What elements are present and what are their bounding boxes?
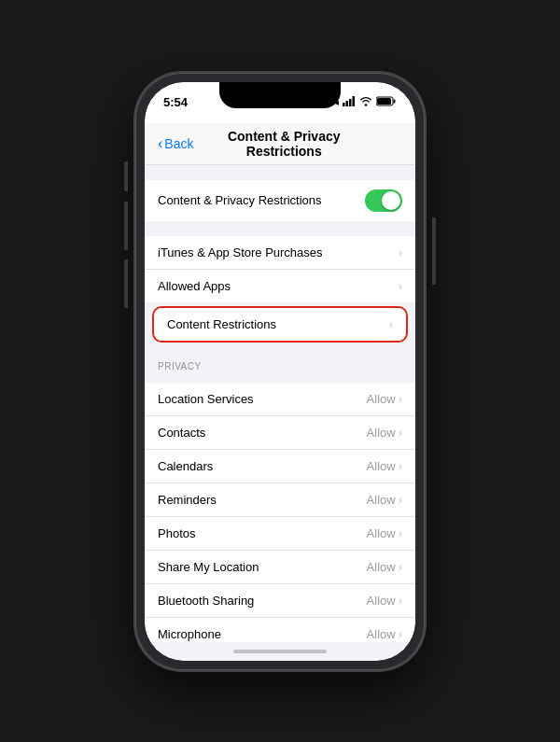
allow-label: Allow bbox=[367, 560, 396, 574]
calendars-label: Calendars bbox=[158, 459, 213, 473]
page-title: Content & Privacy Restrictions bbox=[193, 129, 374, 159]
bluetooth-label: Bluetooth Sharing bbox=[158, 594, 254, 608]
location-icon: ◂ bbox=[334, 97, 339, 107]
svg-rect-6 bbox=[394, 100, 396, 104]
toggle-knob bbox=[382, 191, 400, 210]
allow-label: Allow bbox=[367, 526, 396, 540]
content-privacy-toggle-row[interactable]: Content & Privacy Restrictions bbox=[145, 180, 415, 221]
toggle-section: Content & Privacy Restrictions bbox=[145, 180, 415, 221]
navigation-bar: ‹ Back Content & Privacy Restrictions bbox=[145, 123, 415, 165]
back-button[interactable]: ‹ Back bbox=[158, 135, 193, 152]
svg-rect-5 bbox=[377, 98, 391, 105]
chevron-icon: › bbox=[389, 317, 393, 331]
allowed-apps-label: Allowed Apps bbox=[158, 279, 231, 293]
list-item[interactable]: Allowed Apps › bbox=[145, 270, 415, 302]
status-time: 5:54 bbox=[163, 95, 188, 109]
itunes-right: › bbox=[399, 245, 402, 259]
chevron-icon: › bbox=[399, 526, 402, 540]
photos-right: Allow › bbox=[367, 526, 402, 540]
content-restrictions-label: Content Restrictions bbox=[167, 317, 276, 331]
gap-1 bbox=[145, 165, 415, 173]
menu-section: iTunes & App Store Purchases › Allowed A… bbox=[145, 236, 415, 302]
svg-rect-2 bbox=[349, 99, 352, 106]
home-indicator[interactable] bbox=[145, 642, 415, 661]
screen-content: 5:54 ◂ bbox=[145, 82, 415, 661]
chevron-icon: › bbox=[399, 560, 402, 574]
phone-screen: 5:54 ◂ bbox=[145, 82, 415, 661]
list-item[interactable]: Reminders Allow › bbox=[145, 483, 415, 517]
back-label[interactable]: Back bbox=[164, 136, 193, 151]
calendars-right: Allow › bbox=[367, 459, 402, 473]
list-item[interactable]: Location Services Allow › bbox=[145, 383, 415, 416]
toggle-label: Content & Privacy Restrictions bbox=[158, 193, 322, 207]
gap-3 bbox=[145, 346, 415, 354]
notch bbox=[219, 82, 341, 108]
chevron-icon: › bbox=[399, 426, 402, 440]
content-restrictions-right: › bbox=[389, 317, 393, 331]
chevron-icon: › bbox=[399, 245, 402, 259]
reminders-right: Allow › bbox=[367, 493, 402, 507]
main-content: Content & Privacy Restrictions iTunes & … bbox=[145, 165, 415, 642]
reminders-label: Reminders bbox=[158, 493, 217, 507]
list-item[interactable]: Calendars Allow › bbox=[145, 450, 415, 483]
chevron-icon: › bbox=[399, 459, 402, 473]
microphone-label: Microphone bbox=[158, 627, 221, 641]
allow-label: Allow bbox=[367, 493, 396, 507]
list-item[interactable]: Share My Location Allow › bbox=[145, 551, 415, 584]
privacy-section: Location Services Allow › Contacts Allow… bbox=[145, 383, 415, 642]
location-services-right: Allow › bbox=[367, 392, 402, 406]
power-button bbox=[432, 217, 436, 285]
list-item[interactable]: Microphone Allow › bbox=[145, 618, 415, 642]
privacy-toggle[interactable] bbox=[365, 189, 402, 212]
list-item[interactable]: Bluetooth Sharing Allow › bbox=[145, 584, 415, 618]
allow-label: Allow bbox=[367, 426, 396, 440]
chevron-icon: › bbox=[399, 594, 402, 608]
chevron-icon: › bbox=[399, 392, 402, 406]
bluetooth-right: Allow › bbox=[367, 594, 402, 608]
microphone-right: Allow › bbox=[367, 627, 402, 641]
chevron-icon: › bbox=[399, 493, 402, 507]
battery-icon bbox=[376, 96, 397, 108]
status-icons: ◂ bbox=[334, 96, 397, 108]
allowed-apps-right: › bbox=[399, 279, 402, 293]
mute-button bbox=[124, 161, 128, 191]
list-item[interactable]: Contacts Allow › bbox=[145, 416, 415, 450]
volume-up-button bbox=[124, 202, 128, 250]
signal-icon bbox=[343, 96, 356, 108]
itunes-label: iTunes & App Store Purchases bbox=[158, 245, 323, 259]
volume-down-button bbox=[124, 259, 128, 308]
share-location-right: Allow › bbox=[367, 560, 402, 574]
contacts-label: Contacts bbox=[158, 426, 205, 440]
gap-2 bbox=[145, 221, 415, 229]
chevron-icon: › bbox=[399, 627, 402, 641]
allow-label: Allow bbox=[367, 392, 396, 406]
chevron-icon: › bbox=[399, 279, 402, 293]
svg-rect-0 bbox=[343, 103, 345, 106]
privacy-section-label: PRIVACY bbox=[145, 354, 415, 375]
back-chevron-icon: ‹ bbox=[158, 135, 162, 152]
wifi-icon bbox=[359, 96, 372, 108]
status-bar: 5:54 ◂ bbox=[145, 82, 415, 123]
allow-label: Allow bbox=[367, 594, 396, 608]
location-services-label: Location Services bbox=[158, 392, 254, 406]
svg-rect-3 bbox=[353, 96, 356, 106]
share-location-label: Share My Location bbox=[158, 560, 259, 574]
svg-rect-1 bbox=[346, 101, 349, 106]
allow-label: Allow bbox=[367, 627, 396, 641]
list-item[interactable]: iTunes & App Store Purchases › bbox=[145, 236, 415, 270]
home-bar bbox=[233, 650, 327, 653]
photos-label: Photos bbox=[158, 526, 195, 540]
contacts-right: Allow › bbox=[367, 426, 402, 440]
allow-label: Allow bbox=[367, 459, 396, 473]
content-restrictions-highlighted: Content Restrictions › bbox=[152, 306, 408, 343]
content-restrictions-row[interactable]: Content Restrictions › bbox=[154, 308, 406, 341]
list-item[interactable]: Photos Allow › bbox=[145, 517, 415, 551]
phone-frame: 5:54 ◂ bbox=[135, 73, 425, 670]
